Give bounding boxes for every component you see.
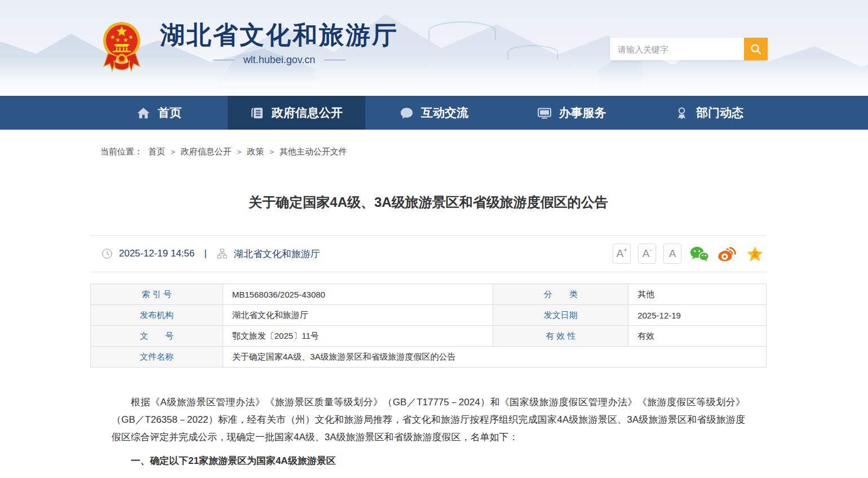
breadcrumb-item-other-docs[interactable]: 其他主动公开文件	[280, 147, 347, 157]
main-nav: 首页 政府信息公开 互动交流	[0, 96, 868, 130]
category-value: 其他	[628, 284, 767, 305]
site-url: wlt.hubei.gov.cn	[243, 54, 316, 66]
article-paragraph: 根据《A级旅游景区管理办法》《旅游景区质量等级划分》（GB／T17775－202…	[112, 393, 745, 446]
table-row: 文件名称 关于确定国家4A级、3A级旅游景区和省级旅游度假区的公告	[91, 347, 767, 368]
nav-item-home[interactable]: 首页	[90, 96, 228, 130]
weibo-icon	[718, 246, 737, 262]
nav-item-services[interactable]: 办事服务	[503, 96, 640, 130]
qzone-star-icon	[746, 245, 764, 262]
cloud-decoration	[428, 21, 496, 41]
search-icon	[750, 43, 762, 55]
section-heading-4a-list: 一、确定以下21家旅游景区为国家4A级旅游景区	[90, 452, 767, 470]
nav-item-label: 首页	[158, 105, 181, 121]
dash-decoration	[324, 60, 346, 60]
font-decrease-button[interactable]: A -	[638, 244, 656, 264]
nav-item-label: 部门动态	[696, 105, 743, 121]
site-url-row: wlt.hubei.gov.cn	[160, 54, 398, 66]
document-icon	[250, 106, 264, 120]
validity-value: 有效	[628, 326, 767, 347]
share-wechat-button[interactable]	[690, 245, 709, 262]
nav-item-interaction[interactable]: 互动交流	[365, 96, 503, 130]
doc-number-value: 鄂文旅发〔2025〕11号	[223, 326, 493, 347]
font-button-label: A	[616, 247, 623, 260]
publish-source: 湖北省文化和旅游厅	[234, 247, 320, 260]
breadcrumb-item-policy[interactable]: 政策	[247, 147, 264, 157]
issue-date-value: 2025-12-19	[628, 305, 767, 326]
validity-label: 有 效 性	[493, 326, 628, 347]
wechat-icon	[690, 246, 709, 262]
monitor-icon	[537, 106, 552, 120]
category-label: 分 类	[493, 284, 628, 305]
main-nav-inner: 首页 政府信息公开 互动交流	[90, 96, 778, 130]
font-button-label: A	[669, 247, 676, 260]
share-qzone-button[interactable]	[745, 245, 764, 262]
site-brand: 湖北省文化和旅游厅 wlt.hubei.gov.cn	[103, 16, 398, 74]
article-tools: A + A - A	[613, 244, 767, 264]
font-button-label: A	[643, 247, 650, 260]
article-meta-bar: 2025-12-19 14:56 | 湖北省文化和旅游厅 A + A -	[90, 235, 767, 272]
font-increase-button[interactable]: A +	[613, 244, 631, 264]
nav-item-gov-info[interactable]: 政府信息公开	[228, 96, 365, 130]
org-chart-icon	[216, 248, 228, 259]
meta-divider: |	[204, 248, 206, 259]
breadcrumb-separator: >	[171, 148, 175, 156]
breadcrumb: 当前位置： 首页 > 政府信息公开 > 政策 > 其他主动公开文件	[100, 130, 868, 157]
speech-bubble-icon	[400, 106, 414, 120]
breadcrumb-separator: >	[269, 148, 274, 156]
nav-item-label: 办事服务	[559, 105, 606, 121]
site-header: 湖北省文化和旅游厅 wlt.hubei.gov.cn	[0, 0, 868, 96]
table-row: 文 号 鄂文旅发〔2025〕11号 有 效 性 有效	[91, 326, 767, 347]
agency-label: 发布机构	[91, 305, 223, 326]
dash-decoration	[213, 60, 234, 60]
nav-item-label: 政府信息公开	[272, 105, 343, 121]
plus-sign: +	[623, 247, 627, 253]
nav-item-label: 互动交流	[421, 105, 468, 121]
table-row: 发布机构 湖北省文化和旅游厅 发文日期 2025-12-19	[91, 305, 767, 326]
site-title: 湖北省文化和旅游厅	[160, 20, 398, 50]
national-emblem-logo	[103, 19, 141, 74]
home-icon	[136, 106, 150, 120]
search-button[interactable]	[744, 38, 768, 60]
breadcrumb-label: 当前位置：	[100, 147, 143, 157]
clock-icon	[101, 248, 113, 259]
doc-number-label: 文 号	[91, 326, 223, 347]
article-main: 关于确定国家4A级、3A级旅游景区和省级旅游度假区的公告 2025-12-19 …	[90, 193, 767, 470]
minus-sign: -	[650, 247, 652, 253]
breadcrumb-item-gov-info[interactable]: 政府信息公开	[181, 147, 232, 157]
issue-date-label: 发文日期	[493, 305, 628, 326]
agency-value: 湖北省文化和旅游厅	[223, 305, 493, 326]
doc-name-label: 文件名称	[91, 347, 223, 368]
index-number-value: MB1568036/2025-43080	[223, 284, 493, 305]
share-weibo-button[interactable]	[718, 245, 737, 262]
article-body: 根据《A级旅游景区管理办法》《旅游景区质量等级划分》（GB／T17775－202…	[90, 393, 767, 446]
doc-name-value: 关于确定国家4A级、3A级旅游景区和省级旅游度假区的公告	[223, 347, 766, 368]
person-badge-icon	[675, 106, 689, 120]
publish-datetime: 2025-12-19 14:56	[119, 248, 194, 259]
search-box	[610, 38, 768, 60]
search-input[interactable]	[610, 38, 744, 60]
page-title: 关于确定国家4A级、3A级旅游景区和省级旅游度假区的公告	[90, 193, 767, 211]
breadcrumb-separator: >	[237, 148, 242, 156]
table-row: 索 引 号 MB1568036/2025-43080 分 类 其他	[91, 284, 767, 305]
breadcrumb-item-home[interactable]: 首页	[148, 147, 165, 157]
article-meta: 2025-12-19 14:56 | 湖北省文化和旅游厅	[90, 247, 320, 260]
index-number-label: 索 引 号	[91, 284, 223, 305]
brand-text: 湖北省文化和旅游厅 wlt.hubei.gov.cn	[160, 16, 398, 66]
font-reset-button[interactable]: A	[663, 244, 681, 264]
nav-item-department-news[interactable]: 部门动态	[640, 96, 778, 130]
document-info-table: 索 引 号 MB1568036/2025-43080 分 类 其他 发布机构 湖…	[90, 284, 767, 368]
